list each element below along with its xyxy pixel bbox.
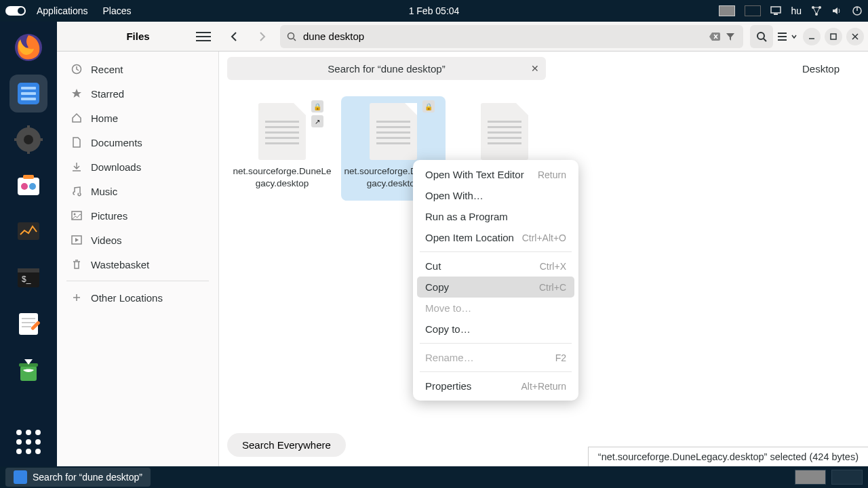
svg-text:$_: $_ (22, 274, 31, 284)
ctx-label: Cut (425, 260, 441, 272)
svg-rect-11 (21, 98, 36, 100)
ctx-cut[interactable]: CutCtrl+X (417, 256, 574, 277)
workspace-switcher-1[interactable] (795, 470, 826, 485)
ctx-open-item-location[interactable]: Open Item LocationCtrl+Alt+O (417, 227, 574, 248)
minimize-button[interactable] (803, 28, 821, 45)
pictures-icon (71, 209, 83, 222)
app-title: Files (126, 30, 149, 42)
sidebar-item-home[interactable]: Home (61, 106, 214, 130)
search-toggle-button[interactable] (750, 25, 773, 48)
sidebar-item-pictures[interactable]: Pictures (61, 203, 214, 228)
svg-rect-17 (37, 138, 43, 141)
workspace-indicator-1[interactable] (719, 5, 735, 16)
network-icon[interactable] (811, 5, 822, 16)
location-label[interactable]: Desktop (802, 63, 840, 75)
workspace-switcher-2[interactable] (831, 470, 863, 485)
dock-software[interactable] (9, 167, 47, 205)
dock-firefox[interactable] (9, 28, 47, 66)
search-chip-label: Search for “dune desktop” (328, 63, 445, 75)
file-icon (258, 103, 306, 160)
file-name: net.sourceforge.DuneLegacy.desktop (230, 165, 334, 190)
view-mode-button[interactable] (777, 31, 797, 42)
ctx-shortcut: Ctrl+Alt+O (522, 232, 566, 243)
videos-icon (71, 234, 83, 246)
search-filter-icon[interactable] (726, 32, 736, 41)
doc-icon (71, 136, 83, 148)
status-bar: “net.sourceforge.DuneLegacy.desktop” sel… (588, 447, 868, 466)
ctx-open-with-text-editor[interactable]: Open With Text EditorReturn (417, 164, 574, 185)
trash-icon (71, 258, 83, 270)
music-icon (71, 185, 83, 197)
forward-button[interactable] (250, 25, 273, 48)
ctx-separator (420, 371, 572, 372)
sidebar-item-trash[interactable]: Wastebasket (61, 252, 214, 277)
dock-terminal[interactable]: $_ (9, 259, 47, 297)
svg-point-44 (74, 214, 76, 216)
clear-search-icon[interactable] (709, 33, 720, 41)
power-icon[interactable] (852, 5, 863, 16)
dock-files[interactable] (9, 75, 47, 113)
back-button[interactable] (223, 25, 246, 48)
taskbar-window-button[interactable]: Search for “dune desktop” (5, 468, 151, 487)
svg-rect-0 (771, 7, 781, 13)
search-input[interactable] (303, 30, 704, 42)
file-icon (370, 103, 417, 160)
svg-point-35 (757, 33, 764, 39)
ctx-label: Move to… (425, 302, 471, 314)
ctx-shortcut: F2 (555, 352, 566, 363)
ctx-run-as-program[interactable]: Run as a Program (417, 206, 574, 227)
sidebar-item-music[interactable]: Music (61, 179, 214, 203)
search-icon (287, 32, 298, 41)
ctx-copy-to[interactable]: Copy to… (417, 319, 574, 340)
ctx-shortcut: Return (538, 169, 566, 180)
svg-rect-31 (20, 366, 37, 381)
sidebar-item-label: Documents (91, 137, 142, 148)
ctx-label: Copy to… (425, 323, 471, 335)
sidebar-item-documents[interactable]: Documents (61, 130, 214, 155)
dock-trash[interactable] (9, 351, 47, 389)
workspace-indicator-2[interactable] (745, 5, 761, 16)
svg-rect-18 (18, 178, 39, 195)
context-menu: Open With Text EditorReturn Open With… R… (413, 160, 578, 401)
close-button[interactable] (846, 28, 864, 45)
search-everywhere-button[interactable]: Search Everywhere (227, 433, 346, 457)
ctx-rename: Rename…F2 (417, 347, 574, 368)
sidebar-item-label: Recent (91, 64, 123, 75)
dock-text-editor[interactable] (9, 305, 47, 343)
ctx-properties[interactable]: PropertiesAlt+Return (417, 375, 574, 396)
svg-line-34 (294, 39, 296, 41)
svg-rect-9 (21, 87, 36, 89)
gnome-topbar: Applications Places 1 Feb 05:04 hu (0, 0, 868, 22)
sidebar-item-starred[interactable]: Starred (61, 81, 214, 106)
sidebar-item-other-locations[interactable]: Other Locations (61, 285, 214, 310)
ctx-label: Open With Text Editor (425, 169, 524, 180)
search-chip[interactable]: Search for “dune desktop” ✕ (227, 57, 546, 80)
keyboard-layout[interactable]: hu (791, 5, 802, 16)
file-item[interactable]: 🔒 ↗ net.sourceforge.DuneLegacy.desktop (230, 96, 334, 201)
close-icon[interactable]: ✕ (531, 63, 539, 74)
dock-settings[interactable] (9, 121, 47, 159)
screen-icon[interactable] (770, 5, 781, 16)
path-bar: Search for “dune desktop” ✕ Desktop (219, 52, 868, 85)
sidebar-item-videos[interactable]: Videos (61, 228, 214, 252)
volume-icon[interactable] (831, 5, 842, 16)
headerbar: Files (57, 22, 868, 52)
sidebar-item-recent[interactable]: Recent (61, 57, 214, 81)
sidebar-item-label: Downloads (91, 161, 141, 173)
ctx-copy[interactable]: CopyCtrl+C (417, 277, 574, 298)
dock-apps-grid[interactable] (16, 430, 41, 454)
search-bar[interactable] (280, 25, 743, 48)
ctx-open-with[interactable]: Open With… (417, 185, 574, 206)
svg-rect-16 (14, 138, 20, 141)
menu-places[interactable]: Places (103, 5, 132, 16)
lock-icon: 🔒 (311, 100, 323, 113)
sidebar-menu-button[interactable] (196, 29, 211, 44)
sidebar-item-label: Pictures (91, 210, 127, 222)
clock[interactable]: 1 Feb 05:04 (409, 5, 460, 16)
activities-pill[interactable] (5, 6, 26, 16)
maximize-button[interactable] (825, 28, 842, 45)
sidebar-item-downloads[interactable]: Downloads (61, 155, 214, 179)
lock-icon: 🔒 (422, 100, 435, 113)
dock-monitor[interactable] (9, 213, 47, 251)
menu-applications[interactable]: Applications (37, 5, 88, 16)
